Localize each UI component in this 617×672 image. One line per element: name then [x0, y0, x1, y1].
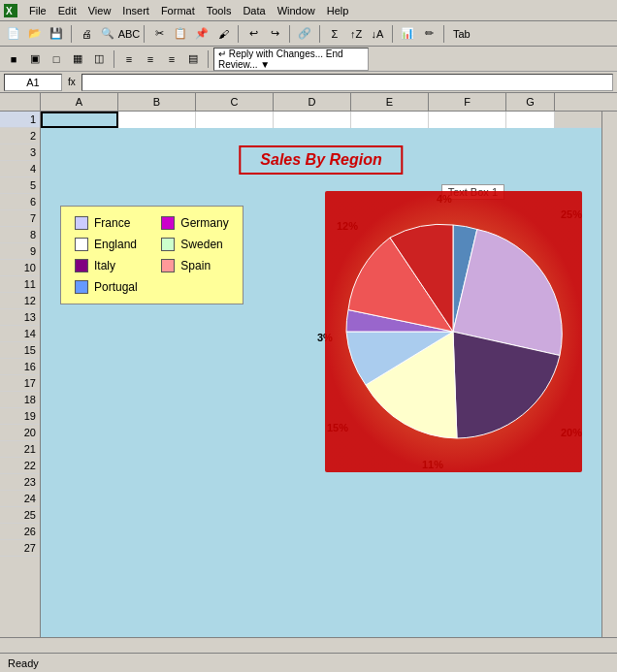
menu-data[interactable]: Data [237, 3, 271, 18]
tb2-btn9[interactable]: ▤ [183, 49, 203, 69]
undo-button[interactable]: ↩ [244, 24, 263, 44]
sep2 [144, 25, 145, 43]
col-header-g[interactable]: G [506, 93, 555, 111]
row-number-27[interactable]: 27 [0, 540, 40, 557]
cell-a1[interactable] [41, 112, 118, 128]
menu-view[interactable]: View [82, 3, 117, 18]
row-number-9[interactable]: 9 [0, 243, 40, 260]
row-number-22[interactable]: 22 [0, 458, 40, 474]
row-number-5[interactable]: 5 [0, 177, 40, 194]
sort-desc-button[interactable]: ↓A [368, 24, 387, 44]
row-number-16[interactable]: 16 [0, 359, 40, 375]
row-number-21[interactable]: 21 [0, 441, 40, 458]
row-number-3[interactable]: 3 [0, 144, 40, 161]
menu-insert[interactable]: Insert [116, 3, 155, 18]
cell-d1[interactable] [274, 112, 351, 128]
menu-window[interactable]: Window [272, 3, 321, 18]
hyperlink-button[interactable]: 🔗 [295, 24, 314, 44]
print-button[interactable]: 🖨 [77, 24, 96, 44]
cell-b1[interactable] [118, 112, 196, 128]
legend-color-sweden [161, 238, 175, 251]
legend-item-france: France [75, 216, 142, 230]
cell-e1[interactable] [351, 112, 429, 128]
tb2-btn4[interactable]: ▦ [68, 49, 87, 69]
status-text: Ready [8, 657, 39, 669]
legend-label-sweden: Sweden [180, 238, 222, 251]
zoom-label: Tab [449, 28, 474, 40]
row-number-19[interactable]: 19 [0, 408, 40, 425]
row-number-2[interactable]: 2 [0, 128, 40, 144]
open-button[interactable]: 📂 [25, 24, 45, 44]
row-number-15[interactable]: 15 [0, 342, 40, 359]
chart-wizard[interactable]: 📊 [398, 24, 417, 44]
row-number-20[interactable]: 20 [0, 425, 40, 441]
menu-help[interactable]: Help [321, 3, 355, 18]
tb2-btn5[interactable]: ◫ [89, 49, 109, 69]
reply-changes[interactable]: ↵ Reply with Changes... End Review... ▼ [213, 48, 369, 71]
row-number-25[interactable]: 25 [0, 507, 40, 524]
row-number-23[interactable]: 23 [0, 474, 40, 491]
col-header-b[interactable]: B [118, 93, 196, 111]
tb2-btn7[interactable]: ≡ [141, 49, 160, 69]
pie-chart: 4% 25% 20% 11% 15% 3% 12% [325, 191, 582, 472]
sort-asc-button[interactable]: ↑Z [346, 24, 366, 44]
legend-label-england: England [94, 238, 137, 251]
legend-color-france [75, 216, 88, 230]
formula-icon[interactable]: fx [66, 77, 78, 87]
cell-f1[interactable] [429, 112, 506, 128]
menu-edit[interactable]: Edit [52, 3, 82, 18]
spreadsheet-area: A B C D E F G 12345678910111213141516171… [0, 93, 617, 653]
col-header-d[interactable]: D [274, 93, 351, 111]
copy-button[interactable]: 📋 [171, 24, 190, 44]
sep3 [238, 25, 239, 43]
row-number-1[interactable]: 1 [0, 112, 40, 128]
new-button[interactable]: 📄 [4, 24, 23, 44]
redo-button[interactable]: ↪ [265, 24, 284, 44]
sep7 [443, 25, 444, 43]
row-number-12[interactable]: 12 [0, 293, 40, 309]
sep6 [392, 25, 393, 43]
autosum-button[interactable]: Σ [325, 24, 344, 44]
scrollbar-horizontal[interactable] [0, 637, 617, 653]
row-number-14[interactable]: 14 [0, 326, 40, 342]
row-number-8[interactable]: 8 [0, 227, 40, 243]
menu-file[interactable]: File [23, 3, 52, 18]
cut-button[interactable]: ✂ [149, 24, 169, 44]
formula-input[interactable] [81, 74, 613, 91]
row-number-13[interactable]: 13 [0, 309, 40, 326]
cell-g1[interactable] [506, 112, 555, 128]
preview-button[interactable]: 🔍 [98, 24, 117, 44]
drawing-button[interactable]: ✏ [419, 24, 438, 44]
spellcheck-button[interactable]: ABC [119, 24, 139, 44]
scrollbar-vertical[interactable] [601, 112, 617, 637]
row-number-24[interactable]: 24 [0, 491, 40, 507]
tb2-btn2[interactable]: ▣ [25, 49, 45, 69]
row-number-4[interactable]: 4 [0, 161, 40, 177]
row-number-10[interactable]: 10 [0, 260, 40, 276]
row-number-18[interactable]: 18 [0, 392, 40, 408]
legend-label-germany: Germany [180, 216, 228, 230]
tb2-btn8[interactable]: ≡ [162, 49, 181, 69]
sep8 [114, 50, 114, 68]
tb2-btn6[interactable]: ≡ [119, 49, 139, 69]
grid-scroll-area: 1234567891011121314151617181920212223242… [0, 112, 617, 637]
row-number-17[interactable]: 17 [0, 375, 40, 392]
row-number-7[interactable]: 7 [0, 210, 40, 227]
save-button[interactable]: 💾 [47, 24, 66, 44]
grid-area: Sales By Region Text Box 1 France German… [41, 112, 601, 637]
row-number-6[interactable]: 6 [0, 194, 40, 210]
format-painter[interactable]: 🖌 [213, 24, 233, 44]
menu-tools[interactable]: Tools [201, 3, 238, 18]
col-header-f[interactable]: F [429, 93, 506, 111]
cell-c1[interactable] [196, 112, 274, 128]
tb2-btn3[interactable]: □ [47, 49, 66, 69]
row-number-26[interactable]: 26 [0, 524, 40, 540]
paste-button[interactable]: 📌 [192, 24, 211, 44]
row-number-11[interactable]: 11 [0, 276, 40, 293]
name-box[interactable]: A1 [4, 74, 62, 91]
menu-format[interactable]: Format [155, 3, 201, 18]
tb2-btn1[interactable]: ■ [4, 49, 23, 69]
col-header-c[interactable]: C [196, 93, 274, 111]
col-header-e[interactable]: E [351, 93, 429, 111]
col-header-a[interactable]: A [41, 93, 118, 111]
